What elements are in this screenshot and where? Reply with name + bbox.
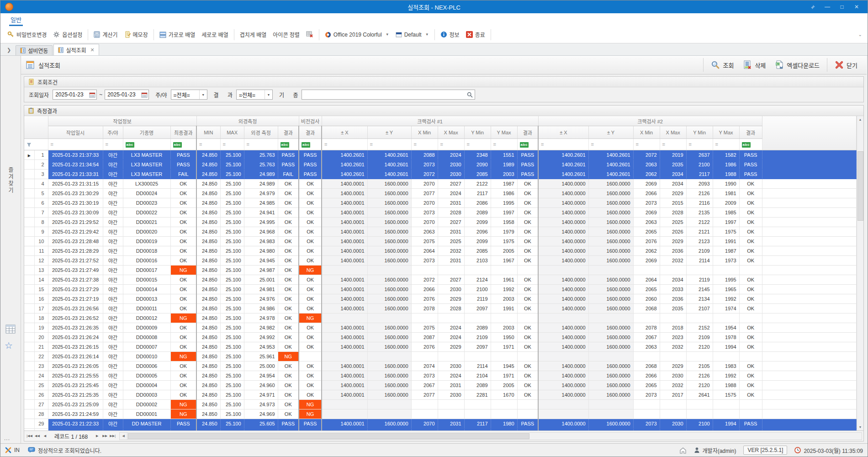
- cell-od-measure[interactable]: 24.953: [244, 342, 278, 352]
- cell-vision-result[interactable]: PASS: [299, 150, 322, 160]
- col-c2-xmin[interactable]: X Min: [633, 126, 660, 139]
- cell-c1-result[interactable]: [517, 352, 538, 361]
- cell-model[interactable]: DD00019: [123, 237, 170, 246]
- cell-c1-ymax[interactable]: 1995: [491, 198, 517, 208]
- cell-c1-py[interactable]: 1600.0000: [367, 198, 411, 208]
- row-indicator[interactable]: [24, 304, 34, 314]
- tab-performance-inquiry[interactable]: 실적조회 ✕: [53, 44, 99, 55]
- cell-c2-ymax[interactable]: 1582: [713, 150, 739, 160]
- cell-model[interactable]: DD00007: [123, 342, 170, 352]
- cell-max[interactable]: 25.100: [220, 419, 244, 429]
- cell-c2-py[interactable]: 1400.2601: [588, 150, 633, 160]
- col-c1-ymin[interactable]: Y Min: [464, 126, 491, 139]
- cell-c2-px[interactable]: 1400.0000: [538, 218, 588, 227]
- cell-c1-ymin[interactable]: 2089: [464, 323, 491, 333]
- cell-c2-ymax[interactable]: [713, 429, 739, 431]
- cell-c1-xmin[interactable]: 2073: [411, 208, 438, 218]
- cell-c2-ymin[interactable]: 2637: [686, 150, 713, 160]
- nav-next-button[interactable]: ▶: [93, 432, 101, 440]
- cell-c1-result[interactable]: OK: [517, 323, 538, 333]
- cell-c1-ymin[interactable]: [464, 266, 491, 275]
- cell-c1-py[interactable]: 1600.0000: [367, 390, 411, 400]
- cell-c2-py[interactable]: 1600.0000: [588, 237, 633, 246]
- cell-datetime[interactable]: 2025-01-23 21:27:29: [48, 285, 103, 294]
- cell-model[interactable]: DD00021: [123, 218, 170, 227]
- cell-c1-result[interactable]: OK: [517, 371, 538, 381]
- cell-c2-xmax[interactable]: 2028: [660, 208, 686, 218]
- cell-c2-py[interactable]: 1600.0000: [588, 198, 633, 208]
- cell-od-result[interactable]: OK: [278, 400, 299, 409]
- cell-final-result[interactable]: OK: [170, 323, 196, 333]
- cell-c2-py[interactable]: 1400.2601: [588, 160, 633, 170]
- cell-c1-ymax[interactable]: 1971: [491, 342, 517, 352]
- table-row[interactable]: 82025-01-23 21:29:52야간DD00021OK24.85025.…: [24, 218, 857, 227]
- cell-vision-result[interactable]: OK: [299, 285, 322, 294]
- cell-c2-ymin[interactable]: 2123: [686, 237, 713, 246]
- cell-max[interactable]: 25.100: [220, 218, 244, 227]
- cell-model[interactable]: DD00010: [123, 352, 170, 361]
- cell-c2-px[interactable]: [538, 352, 588, 361]
- cell-c2-result[interactable]: [739, 266, 762, 275]
- row-indicator[interactable]: [24, 198, 34, 208]
- cell-max[interactable]: 25.100: [220, 246, 244, 256]
- cell-od-measure[interactable]: 24.971: [244, 390, 278, 400]
- filter-datetime[interactable]: =: [48, 139, 103, 150]
- cell-od-result[interactable]: OK: [278, 409, 299, 419]
- cell-c1-py[interactable]: 1600.0000: [367, 208, 411, 218]
- cell-c1-xmax[interactable]: 2030: [438, 285, 464, 294]
- cell-model[interactable]: DD00015: [123, 275, 170, 285]
- cell-c2-py[interactable]: 1600.0000: [588, 429, 633, 431]
- cell-datetime[interactable]: 2025-01-23 21:26:24: [48, 333, 103, 342]
- cell-min[interactable]: 24.850: [196, 381, 220, 390]
- cell-c1-ymin[interactable]: 2097: [464, 304, 491, 314]
- row-indicator[interactable]: [24, 179, 34, 189]
- cell-c1-xmin[interactable]: 2072: [411, 275, 438, 285]
- cell-vision-result[interactable]: PASS: [299, 429, 322, 431]
- cell-c1-ymin[interactable]: 2348: [464, 150, 491, 160]
- cell-c1-result[interactable]: OK: [517, 189, 538, 198]
- cascade-windows-button[interactable]: 겹치게 배열: [237, 29, 270, 40]
- cell-c1-py[interactable]: 1600.0000: [367, 342, 411, 352]
- cell-c2-xmax[interactable]: 2036: [660, 294, 686, 304]
- cell-max[interactable]: 25.100: [220, 371, 244, 381]
- col-c2-ymax[interactable]: Y Max: [713, 126, 739, 139]
- row-indicator[interactable]: [24, 160, 34, 170]
- cell-od-measure[interactable]: 24.968: [244, 227, 278, 237]
- cell-od-measure[interactable]: 24.981: [244, 285, 278, 294]
- table-row[interactable]: 42025-01-23 21:31:15야간LX300025OK24.85025…: [24, 179, 857, 189]
- cell-c2-px[interactable]: 1400.0000: [538, 227, 588, 237]
- cell-datetime[interactable]: 2025-01-23 21:26:56: [48, 304, 103, 314]
- cell-c1-px[interactable]: 1400.2601: [322, 160, 367, 170]
- cell-c1-ymax[interactable]: 2005: [491, 246, 517, 256]
- cell-min[interactable]: 24.850: [196, 208, 220, 218]
- cell-c1-xmax[interactable]: 2028: [438, 304, 464, 314]
- cell-c1-px[interactable]: [322, 400, 367, 409]
- cell-c1-xmax[interactable]: 2024: [438, 323, 464, 333]
- col-shift[interactable]: 주/야: [103, 126, 123, 139]
- cell-model[interactable]: DD00004: [123, 381, 170, 390]
- cell-c1-xmin[interactable]: 2064: [411, 246, 438, 256]
- cell-model[interactable]: LX3 MASTER: [123, 150, 170, 160]
- table-row[interactable]: 252025-01-23 21:25:45야간DD00004OK24.85025…: [24, 381, 857, 390]
- cell-c2-xmin[interactable]: [633, 314, 660, 323]
- cell-c2-py[interactable]: 1600.0000: [588, 361, 633, 371]
- cell-c2-ymax[interactable]: 1992: [713, 294, 739, 304]
- cell-c1-ymax[interactable]: 1991: [491, 304, 517, 314]
- cell-c2-xmax[interactable]: [660, 266, 686, 275]
- cell-c2-result[interactable]: OK: [739, 275, 762, 285]
- cell-od-measure[interactable]: 24.960: [244, 381, 278, 390]
- favorites-star-icon[interactable]: ☆: [5, 340, 13, 351]
- cell-datetime[interactable]: 2025-01-23 21:28:48: [48, 237, 103, 246]
- cell-c2-py[interactable]: 1600.0000: [588, 304, 633, 314]
- cell-c2-py[interactable]: 1600.0000: [588, 208, 633, 218]
- cell-shift[interactable]: 야간: [103, 419, 123, 429]
- cell-datetime[interactable]: 2025-01-23 21:27:52: [48, 256, 103, 266]
- table-row[interactable]: 152025-01-23 21:27:29야간DD00014OK24.85025…: [24, 285, 857, 294]
- model-field[interactable]: [302, 90, 475, 100]
- cell-shift[interactable]: 야간: [103, 390, 123, 400]
- cell-c1-py[interactable]: 1400.2601: [367, 150, 411, 160]
- arrange-icons-button[interactable]: 아이콘 정렬: [270, 29, 303, 40]
- cell-od-measure[interactable]: 24.979: [244, 189, 278, 198]
- cell-datetime[interactable]: 2025-01-23 21:26:52: [48, 314, 103, 323]
- cell-shift[interactable]: 야간: [103, 361, 123, 371]
